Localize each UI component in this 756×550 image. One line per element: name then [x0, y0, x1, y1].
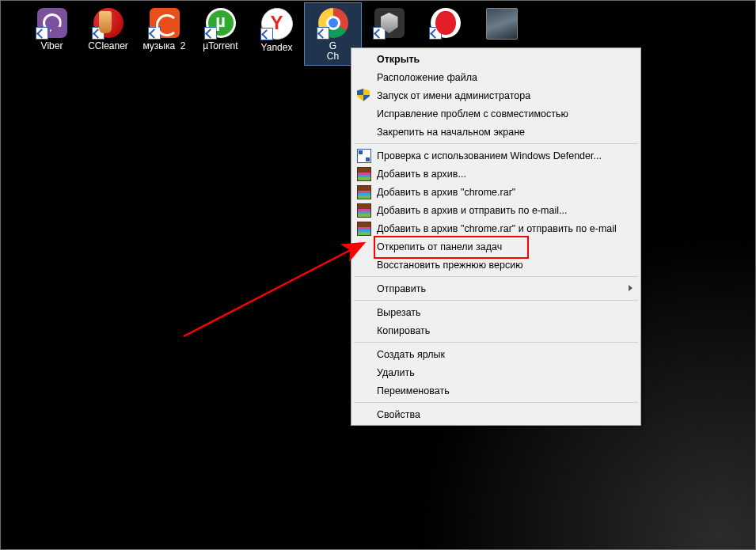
menu-item[interactable]: Восстановить прежнюю версию: [353, 256, 639, 274]
menu-item-label: Закрепить на начальном экране: [377, 127, 525, 138]
menu-separator: [354, 276, 638, 277]
menu-item[interactable]: Исправление проблем с совместимостью: [353, 104, 639, 123]
shortcut-overlay-icon: [373, 27, 386, 40]
chrome-icon: [318, 8, 348, 38]
desktop-icon-label: Viber: [41, 41, 63, 51]
menu-item[interactable]: Свойства: [353, 405, 639, 423]
menu-item-label: Создать ярлык: [377, 349, 445, 360]
menu-item[interactable]: Отправить: [353, 279, 639, 298]
menu-item-label: Восстановить прежнюю версию: [377, 260, 523, 271]
desktop-icon-yandex[interactable]: Yandex: [249, 3, 305, 65]
shortcut-overlay-icon: [148, 27, 161, 40]
menu-item-label: Расположение файла: [377, 72, 477, 83]
menu-separator: [354, 402, 638, 403]
menu-item-label: Добавить в архив "chrome.rar" и отправит…: [377, 223, 617, 234]
menu-separator: [354, 143, 638, 144]
desktop-icon-label: G Ch: [327, 41, 339, 62]
menu-item-label: Удалить: [377, 367, 415, 378]
menu-item[interactable]: Открепить от панели задач: [353, 237, 639, 256]
menu-item[interactable]: Добавить в архив и отправить по e-mail..…: [353, 201, 639, 219]
menu-item[interactable]: Вырезать: [353, 303, 639, 321]
viber-icon: [37, 8, 67, 38]
menu-item[interactable]: Добавить в архив "chrome.rar" и отправит…: [353, 219, 639, 237]
defender-icon: [357, 149, 371, 163]
menu-item-label: Добавить в архив "chrome.rar": [377, 187, 515, 198]
shortcut-overlay-icon: [204, 27, 217, 40]
winrar-icon: [357, 167, 371, 181]
desktop-icon-label: музыка 2: [142, 41, 185, 51]
menu-item[interactable]: Добавить в архив "chrome.rar": [353, 183, 639, 201]
submenu-arrow-icon: [629, 285, 633, 291]
winrar-icon: [357, 203, 371, 218]
utorrent-icon: [206, 8, 236, 38]
shortcut-overlay-icon: [317, 27, 329, 40]
menu-item-label: Свойства: [377, 409, 420, 420]
menu-item[interactable]: Добавить в архив...: [353, 165, 639, 183]
menu-item[interactable]: Открыть: [353, 50, 639, 68]
shortcut-overlay-icon: [92, 27, 104, 40]
shortcut-overlay-icon: [260, 28, 273, 40]
menu-item[interactable]: Расположение файла: [353, 68, 639, 86]
menu-item[interactable]: Запуск от имени администратора: [353, 86, 639, 104]
menu-item-label: Проверка с использованием Windows Defend…: [377, 150, 602, 161]
menu-item-label: Отправить: [377, 283, 426, 294]
shortcut-overlay-icon: [36, 27, 48, 40]
folder-icon: [486, 8, 518, 40]
ccleaner-icon: [93, 8, 123, 38]
menu-item[interactable]: Закрепить на начальном экране: [353, 123, 639, 141]
menu-item[interactable]: Переименовать: [353, 381, 639, 400]
music-icon: [150, 8, 180, 38]
winrar-icon: [357, 222, 371, 236]
shortcut-overlay-icon: [429, 27, 442, 40]
menu-item-label: Добавить в архив...: [377, 169, 466, 180]
desktop-icon-music[interactable]: музыка 2: [136, 3, 192, 65]
menu-item-label: Переименовать: [377, 385, 450, 396]
menu-item[interactable]: Проверка с использованием Windows Defend…: [353, 146, 639, 165]
desktop-icon-label: Yandex: [261, 43, 293, 53]
uac-shield-icon: [357, 89, 370, 101]
menu-item[interactable]: Создать ярлык: [353, 345, 639, 363]
menu-item-label: Открепить от панели задач: [377, 241, 502, 252]
menu-item[interactable]: Копировать: [353, 321, 639, 339]
wot-icon: [374, 8, 405, 38]
menu-item-label: Копировать: [377, 325, 430, 336]
menu-item-label: Добавить в архив и отправить по e-mail..…: [377, 205, 567, 216]
opera-icon: [431, 8, 461, 38]
desktop-icon-viber[interactable]: Viber: [24, 3, 80, 65]
menu-item-label: Вырезать: [377, 307, 421, 318]
desktop-icon-label: CCleaner: [88, 41, 128, 51]
menu-item[interactable]: Удалить: [353, 363, 639, 381]
winrar-icon: [357, 185, 371, 199]
menu-item-label: Исправление проблем с совместимостью: [377, 108, 568, 119]
menu-separator: [354, 342, 638, 343]
desktop-icon-utorrent[interactable]: µTorrent: [192, 3, 249, 65]
context-menu: ОткрытьРасположение файлаЗапуск от имени…: [351, 47, 641, 426]
menu-separator: [354, 300, 638, 301]
yandex-icon: [261, 8, 293, 40]
menu-item-label: Запуск от имени администратора: [377, 90, 530, 101]
menu-item-label: Открыть: [377, 54, 420, 65]
desktop-icon-label: µTorrent: [203, 41, 237, 51]
desktop-icon-ccleaner[interactable]: CCleaner: [80, 3, 136, 65]
